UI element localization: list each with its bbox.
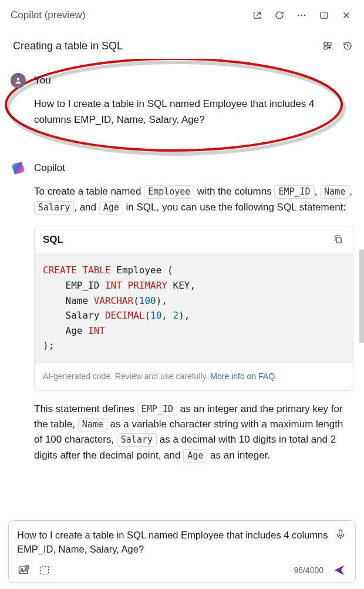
- svg-point-12: [17, 78, 20, 81]
- panel-header: Copilot (preview): [0, 0, 364, 29]
- scrollbar-thumb[interactable]: [359, 249, 364, 343]
- conversation-body: You How to I create a table in SQL named…: [0, 59, 364, 514]
- input-footer: How to I create a table in SQL named Emp…: [0, 514, 364, 590]
- assistant-sender-label: Copilot: [34, 160, 353, 176]
- code-block-footer: AI-generated code. Review and use carefu…: [35, 363, 353, 390]
- assistant-intro-text: To create a table named Employee with th…: [34, 184, 353, 215]
- faq-link[interactable]: More info on FAQ: [210, 372, 275, 381]
- inline-code: Age: [99, 201, 123, 215]
- send-button[interactable]: [332, 563, 347, 578]
- chat-input-text[interactable]: How to I create a table in SQL named Emp…: [17, 528, 329, 557]
- copy-code-button[interactable]: [333, 234, 345, 246]
- code-block-header: SQL: [35, 226, 353, 253]
- inline-code: Name: [78, 418, 107, 431]
- assistant-explanation-text: This statement defines EMP_ID as an inte…: [34, 401, 353, 463]
- svg-rect-14: [339, 530, 342, 536]
- copilot-panel: Copilot (preview) Creating a table in SQ…: [0, 0, 364, 589]
- mic-button[interactable]: [334, 528, 347, 541]
- history-button[interactable]: [339, 38, 356, 54]
- assistant-message: Copilot To create a table named Employee…: [11, 160, 353, 463]
- inline-code: Name: [320, 185, 349, 199]
- inline-code: Salary: [117, 433, 157, 447]
- close-button[interactable]: [337, 6, 356, 25]
- svg-rect-3: [321, 12, 328, 19]
- inline-code: EMP_ID: [274, 185, 314, 199]
- svg-rect-8: [328, 42, 331, 45]
- dock-button[interactable]: [315, 6, 333, 25]
- panel-title: Copilot (preview): [11, 9, 244, 21]
- chat-input-box[interactable]: How to I create a table in SQL named Emp…: [8, 520, 356, 584]
- inline-code: Employee: [144, 185, 194, 199]
- code-language-label: SQL: [43, 232, 63, 247]
- input-toolbar: 96/4000: [17, 563, 347, 578]
- code-block: SQL CREATE TABLE Employee ( EMP_ID INT P…: [34, 226, 353, 391]
- svg-point-2: [304, 15, 305, 16]
- inline-code: EMP_ID: [137, 403, 177, 416]
- svg-rect-21: [41, 566, 48, 574]
- copilot-avatar-icon: [11, 160, 26, 176]
- svg-point-0: [298, 15, 299, 16]
- char-counter: 96/4000: [294, 565, 323, 575]
- user-message-text: How to I create a table in SQL named Emp…: [34, 96, 353, 128]
- code-content: CREATE TABLE Employee ( EMP_ID INT PRIMA…: [35, 253, 353, 363]
- screenshot-button[interactable]: [38, 564, 51, 577]
- svg-rect-9: [324, 46, 327, 49]
- conversation-subheader: Creating a table in SQL: [0, 29, 364, 59]
- refresh-button[interactable]: [270, 6, 289, 25]
- user-avatar: [11, 73, 26, 88]
- user-message: You How to I create a table in SQL named…: [11, 73, 353, 128]
- svg-rect-13: [336, 237, 341, 243]
- plugins-button[interactable]: [319, 38, 336, 54]
- user-sender-label: You: [34, 73, 353, 88]
- open-new-window-button[interactable]: [248, 6, 267, 25]
- more-menu-button[interactable]: [292, 6, 311, 25]
- svg-rect-7: [324, 42, 327, 45]
- svg-point-1: [301, 15, 302, 16]
- inline-code: Salary: [34, 201, 74, 215]
- conversation-title: Creating a table in SQL: [13, 40, 316, 52]
- add-image-button[interactable]: [17, 564, 30, 577]
- inline-code: Age: [183, 449, 207, 463]
